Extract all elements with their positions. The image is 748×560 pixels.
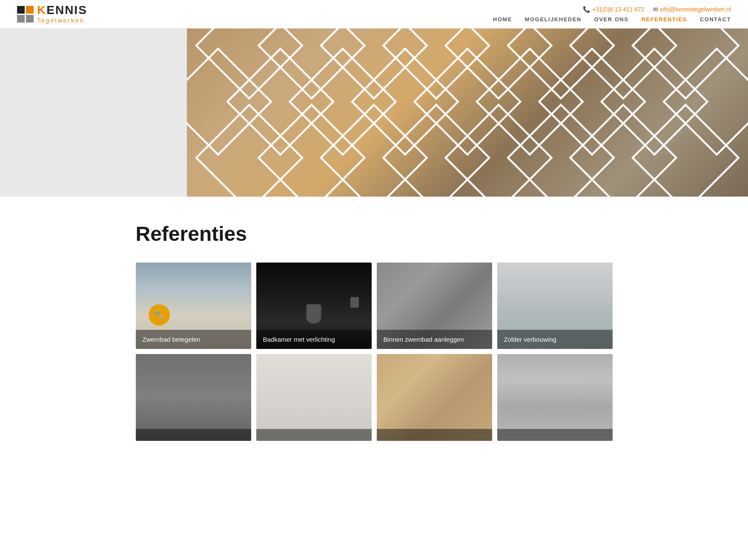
svg-marker-5 — [508, 29, 614, 99]
svg-marker-12 — [415, 49, 521, 154]
svg-marker-13 — [477, 49, 583, 154]
heater-icon: 🔧 — [149, 304, 170, 326]
main-nav: HOME MOGELIJKHEDEN OVER ONS REFERENTIES … — [493, 16, 731, 23]
gallery-grid: 🔧 Zwembad betegelen Badkamer met verlich… — [136, 263, 613, 441]
logo-squares-icon — [17, 6, 34, 23]
gallery-label-8 — [497, 429, 613, 441]
gallery-bg-7 — [377, 354, 492, 440]
gallery-item-5[interactable] — [136, 354, 251, 440]
svg-marker-14 — [539, 49, 645, 154]
gallery-item-1[interactable]: 🔧 Zwembad betegelen — [136, 263, 251, 349]
gallery-label-7 — [377, 429, 492, 441]
nav-mogelijkheden[interactable]: MOGELIJKHEDEN — [525, 16, 582, 23]
phone-icon: 📞 — [583, 6, 590, 13]
svg-marker-0 — [196, 29, 302, 99]
svg-marker-24 — [633, 105, 739, 197]
site-header: KENNIS Tegelwerken 📞 +31(0)6 13 411 672 … — [0, 0, 748, 29]
email-link[interactable]: info@kennistegelwerken.nl — [659, 6, 731, 13]
svg-marker-22 — [508, 105, 614, 197]
svg-marker-18 — [259, 105, 365, 197]
svg-marker-2 — [321, 29, 427, 99]
contact-info: 📞 +31(0)6 13 411 672 ✉ info@kennistegelw… — [583, 6, 731, 13]
phone-info: 📞 +31(0)6 13 411 672 — [583, 6, 645, 13]
logo-tagline: Tegelwerken — [37, 17, 87, 24]
gallery-bg-5 — [136, 354, 251, 440]
hero-diamond-area — [187, 29, 748, 197]
svg-marker-16 — [664, 49, 748, 154]
svg-marker-3 — [383, 29, 489, 99]
svg-marker-7 — [633, 29, 739, 99]
nav-contact[interactable]: CONTACT — [700, 16, 731, 23]
gallery-label-6 — [256, 429, 372, 441]
gallery-label-3: Binnen zwembad aanleggen — [377, 330, 492, 349]
svg-marker-10 — [290, 49, 396, 154]
svg-marker-21 — [446, 105, 552, 197]
logo[interactable]: KENNIS Tegelwerken — [17, 4, 87, 24]
email-info[interactable]: ✉ info@kennistegelwerken.nl — [653, 6, 731, 13]
gallery-label-2: Badkamer met verlichting — [256, 330, 372, 349]
gallery-item-3[interactable]: Binnen zwembad aanleggen — [377, 263, 492, 349]
email-icon: ✉ — [653, 6, 658, 13]
gallery-item-4[interactable]: Zolder verbouwing — [497, 263, 613, 349]
gallery-bg-8 — [497, 354, 613, 440]
svg-marker-1 — [259, 29, 365, 99]
wall-switch — [350, 297, 359, 308]
gallery-label-4: Zolder verbouwing — [497, 330, 613, 349]
diamond-overlay — [187, 29, 748, 197]
svg-marker-15 — [602, 49, 708, 154]
svg-marker-11 — [352, 49, 458, 154]
svg-marker-9 — [227, 49, 333, 154]
gallery-item-8[interactable] — [497, 354, 613, 440]
gallery-item-2[interactable]: Badkamer met verlichting — [256, 263, 372, 349]
svg-marker-20 — [383, 105, 489, 197]
gallery-bg-6 — [256, 354, 372, 440]
svg-marker-17 — [196, 105, 302, 197]
gallery-item-6[interactable] — [256, 354, 372, 440]
svg-marker-23 — [570, 105, 676, 197]
gallery-label-1: Zwembad betegelen — [136, 330, 251, 349]
gallery-item-7[interactable] — [377, 354, 492, 440]
main-content: Referenties 🔧 Zwembad betegelen Badkamer… — [119, 197, 630, 458]
logo-brand-name: KENNIS — [37, 4, 87, 16]
page-title: Referenties — [136, 222, 613, 246]
nav-home[interactable]: HOME — [493, 16, 512, 23]
svg-marker-6 — [570, 29, 676, 99]
gallery-label-5 — [136, 429, 251, 441]
svg-marker-19 — [321, 105, 427, 197]
toilet-shape — [307, 304, 321, 323]
logo-text: KENNIS Tegelwerken — [37, 4, 87, 24]
header-right: 📞 +31(0)6 13 411 672 ✉ info@kennistegelw… — [493, 6, 731, 23]
nav-over-ons[interactable]: OVER ONS — [594, 16, 629, 23]
hero-banner — [0, 29, 748, 197]
svg-marker-8 — [187, 49, 271, 154]
nav-referenties[interactable]: REFERENTIES — [641, 16, 687, 23]
svg-marker-4 — [446, 29, 552, 99]
phone-number: +31(0)6 13 411 672 — [592, 6, 645, 13]
